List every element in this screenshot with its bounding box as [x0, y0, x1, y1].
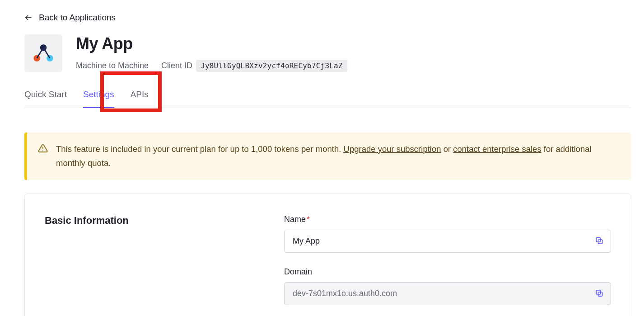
back-to-applications-link[interactable]: Back to Applications — [24, 13, 116, 23]
app-header: My App Machine to Machine Client ID Jy8U… — [24, 34, 631, 72]
name-label: Name* — [284, 215, 611, 224]
contact-sales-link[interactable]: contact enterprise sales — [453, 144, 541, 154]
copy-icon — [595, 236, 604, 245]
required-indicator: * — [307, 215, 310, 224]
app-subline: Machine to Machine Client ID Jy8UllGyQLB… — [76, 60, 347, 72]
quota-alert: This feature is included in your current… — [24, 132, 631, 180]
upgrade-subscription-link[interactable]: Upgrade your subscription — [344, 144, 441, 154]
client-id-label: Client ID — [161, 61, 192, 71]
tab-settings[interactable]: Settings — [83, 90, 114, 108]
field-domain: Domain — [284, 267, 611, 305]
copy-name-button[interactable] — [592, 233, 607, 249]
svg-line-4 — [37, 47, 43, 58]
basic-information-card: Basic Information Name* Domain — [24, 193, 631, 316]
copy-icon — [595, 288, 604, 297]
client-id-value[interactable]: Jy8UllGyQLBXzv2ycf4oRECyb7Cj3LaZ — [196, 60, 347, 72]
domain-label: Domain — [284, 267, 611, 277]
app-logo — [24, 34, 62, 72]
client-id-wrap: Client ID Jy8UllGyQLBXzv2ycf4oRECyb7Cj3L… — [161, 60, 347, 72]
app-header-text: My App Machine to Machine Client ID Jy8U… — [76, 34, 347, 72]
arrow-left-icon — [24, 14, 33, 22]
tab-apis[interactable]: APIs — [131, 90, 149, 108]
tab-quick-start[interactable]: Quick Start — [24, 90, 67, 108]
app-title: My App — [76, 34, 347, 53]
app-type: Machine to Machine — [76, 61, 149, 71]
back-label: Back to Applications — [39, 13, 116, 23]
svg-point-1 — [40, 44, 47, 51]
field-name: Name* — [284, 215, 611, 253]
alert-text: This feature is included in your current… — [56, 142, 621, 170]
tabs: Quick Start Settings APIs — [24, 90, 631, 108]
section-heading-basic-info: Basic Information — [45, 215, 266, 226]
copy-domain-button[interactable] — [592, 286, 607, 302]
domain-input[interactable] — [284, 282, 611, 305]
svg-line-5 — [43, 47, 50, 58]
svg-point-7 — [42, 150, 43, 151]
name-input[interactable] — [284, 230, 611, 253]
warning-icon — [38, 143, 48, 170]
app-logo-icon — [31, 41, 56, 66]
